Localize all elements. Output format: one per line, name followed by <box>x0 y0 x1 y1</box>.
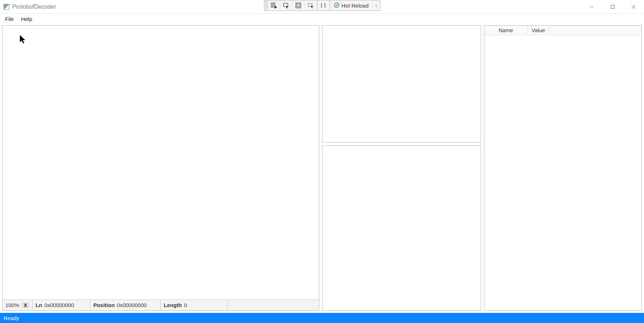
close-button[interactable] <box>623 0 644 14</box>
menu-file[interactable]: File <box>1 15 17 23</box>
svg-marker-16 <box>20 35 25 43</box>
select-element-icon[interactable] <box>280 0 292 10</box>
svg-rect-12 <box>297 4 300 7</box>
workspace: 100% X Ln 0x00000000 Position 0x00000000… <box>0 24 644 312</box>
middle-column <box>322 25 481 311</box>
svg-rect-1 <box>611 5 614 9</box>
chevron-left-icon: ‹ <box>375 3 377 8</box>
svg-marker-8 <box>275 6 277 8</box>
hex-view-area[interactable] <box>3 26 319 299</box>
svg-rect-9 <box>284 3 288 7</box>
cursor-icon <box>19 34 26 44</box>
zoom-reset-button[interactable]: X <box>21 302 29 308</box>
property-grid-pane: Name Value <box>484 25 642 311</box>
live-visual-tree-icon[interactable] <box>268 0 280 10</box>
menu-help[interactable]: Help <box>17 15 36 23</box>
display-layout-adorners-icon[interactable] <box>292 0 304 10</box>
line-cell: Ln 0x00000000 <box>33 300 90 310</box>
toolbar-grip[interactable] <box>264 0 268 10</box>
track-focused-element-icon[interactable] <box>304 0 317 10</box>
column-header-value[interactable]: Value <box>528 26 549 35</box>
position-value: 0x00000000 <box>117 302 147 308</box>
hex-view-footer: 100% X Ln 0x00000000 Position 0x00000000… <box>3 299 319 310</box>
app-icon <box>4 4 9 10</box>
status-text: Ready <box>4 315 19 321</box>
position-cell: Position 0x00000000 <box>90 300 161 310</box>
xaml-binding-failures-icon[interactable] <box>317 0 329 10</box>
menubar: File Help <box>0 14 644 24</box>
minimize-button[interactable] <box>581 0 602 14</box>
zoom-cell[interactable]: 100% X <box>3 300 33 310</box>
check-circle-icon <box>333 2 339 9</box>
detail-view-pane[interactable] <box>322 145 481 311</box>
svg-marker-10 <box>286 6 289 9</box>
property-grid-body[interactable] <box>484 35 641 310</box>
line-value: 0x00000000 <box>44 302 74 308</box>
hot-reload-button[interactable]: Hot Reload <box>330 0 372 10</box>
zoom-value: 100% <box>5 302 19 308</box>
column-header-name[interactable]: Name <box>484 26 528 35</box>
hot-reload-label: Hot Reload <box>341 3 368 9</box>
length-value: 0 <box>184 302 187 308</box>
length-label: Length <box>164 302 182 308</box>
svg-marker-14 <box>311 5 314 8</box>
toolbar-collapse-button[interactable]: ‹ <box>373 0 380 10</box>
maximize-button[interactable] <box>602 0 623 14</box>
window-controls <box>581 0 644 14</box>
statusbar: Ready <box>0 313 644 323</box>
position-label: Position <box>93 302 114 308</box>
hex-view-pane: 100% X Ln 0x00000000 Position 0x00000000… <box>2 25 319 311</box>
tree-view-pane[interactable] <box>322 25 481 143</box>
length-cell: Length 0 <box>161 300 228 310</box>
debug-toolbar[interactable]: Hot Reload ‹ <box>264 0 380 11</box>
app-title: ProtobufDecoder <box>12 4 56 10</box>
svg-rect-11 <box>296 3 301 8</box>
footer-spacer <box>228 300 319 310</box>
line-label: Ln <box>35 302 42 308</box>
property-grid-header: Name Value <box>484 26 641 35</box>
